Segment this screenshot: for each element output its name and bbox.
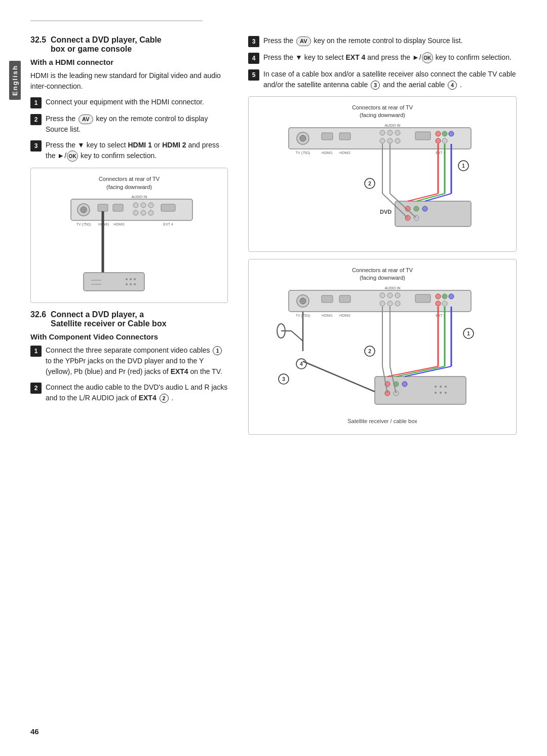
step-num-2: 2 xyxy=(30,114,42,125)
svg-line-66 xyxy=(408,194,438,201)
svg-point-4 xyxy=(133,203,138,208)
diagram-label-left: Connectors at rear of TV (facing downwar… xyxy=(37,175,221,191)
svg-point-81 xyxy=(387,293,393,298)
component-diagram-top-svg: TV (75Ω) HDMI1 HDMI2 AUDIO IN xyxy=(274,123,491,244)
ok-badge-left: OK xyxy=(67,150,78,162)
left-bottom-step-1-text: Connect the three separate component vid… xyxy=(46,345,228,377)
page: English 32.5 Connect a DVD player, Cable… xyxy=(0,0,547,756)
svg-text:HDMI2: HDMI2 xyxy=(113,222,125,226)
left-step-2-text: Press the AV key on the remote control t… xyxy=(46,114,228,135)
svg-point-87 xyxy=(436,294,441,299)
circle-3: 3 xyxy=(371,81,380,90)
svg-point-63 xyxy=(422,206,427,211)
right-step-num-4: 4 xyxy=(248,53,259,64)
svg-point-25 xyxy=(126,283,128,285)
hdmi-intro: HDMI is the leading new standard for Dig… xyxy=(30,70,228,92)
svg-rect-110 xyxy=(375,376,466,404)
svg-point-45 xyxy=(442,131,447,136)
svg-point-41 xyxy=(387,138,393,143)
svg-point-117 xyxy=(440,386,442,388)
svg-text:3: 3 xyxy=(282,376,285,382)
tv-rear-hdmi: AUDIO IN TV (75Ω) HDMI1 xyxy=(37,194,221,295)
svg-rect-32 xyxy=(322,133,333,140)
svg-point-40 xyxy=(380,138,385,143)
svg-text:AUDIO IN: AUDIO IN xyxy=(384,286,400,290)
diagram-label-bottom-right: Connectors at rear of TV (facing downwar… xyxy=(255,267,510,282)
svg-text:2: 2 xyxy=(368,181,371,186)
svg-point-24 xyxy=(134,278,136,280)
svg-line-123 xyxy=(396,366,445,376)
left-column: 32.5 Connect a DVD player, Cable box or … xyxy=(30,35,228,718)
right-step-num-3: 3 xyxy=(248,36,259,47)
svg-point-42 xyxy=(395,138,400,143)
svg-text:AUDIO IN: AUDIO IN xyxy=(384,124,400,127)
right-step-3: 3 Press the AV key on the remote control… xyxy=(248,35,517,47)
svg-point-84 xyxy=(387,301,393,306)
svg-point-2 xyxy=(81,207,87,213)
step-num-b1: 1 xyxy=(30,346,42,357)
right-column: 3 Press the AV key on the remote control… xyxy=(248,35,517,718)
svg-line-127 xyxy=(303,361,375,392)
svg-text:HDMI1: HDMI1 xyxy=(322,151,333,155)
left-bottom-step-1: 1 Connect the three separate component v… xyxy=(30,345,228,377)
svg-point-121 xyxy=(445,392,447,394)
svg-text:1: 1 xyxy=(467,331,470,336)
svg-rect-13 xyxy=(98,204,108,211)
svg-text:1: 1 xyxy=(462,163,465,169)
svg-text:4: 4 xyxy=(300,361,303,367)
av-badge-right: AV xyxy=(296,36,310,46)
svg-text:DVD: DVD xyxy=(380,209,392,215)
tv-rear-component-top: TV (75Ω) HDMI1 HDMI2 AUDIO IN xyxy=(255,123,510,244)
svg-point-85 xyxy=(395,301,400,306)
svg-point-5 xyxy=(141,203,146,208)
svg-text:HDMI2: HDMI2 xyxy=(339,314,350,317)
svg-point-118 xyxy=(445,386,447,388)
svg-point-30 xyxy=(300,135,306,141)
svg-text:TV (75Ω): TV (75Ω) xyxy=(296,151,310,155)
svg-rect-75 xyxy=(322,295,333,303)
svg-point-119 xyxy=(435,392,437,394)
hdmi-diagram-svg: AUDIO IN TV (75Ω) HDMI1 xyxy=(56,194,203,295)
svg-text:AUDIO IN: AUDIO IN xyxy=(131,195,147,199)
right-step-5: 5 In case of a cable box and/or a satell… xyxy=(248,69,517,90)
svg-text:HDMI2: HDMI2 xyxy=(339,151,350,155)
svg-rect-77 xyxy=(339,295,350,303)
subsection-component: With Component Video Connectors xyxy=(30,332,228,341)
left-bottom-step-2: 2 Connect the audio cable to the DVD's a… xyxy=(30,382,228,403)
left-step-3-text: Press the ▼ key to select HDMI 1 or HDMI… xyxy=(46,140,228,162)
right-step-num-5: 5 xyxy=(248,69,259,81)
svg-text:2: 2 xyxy=(368,349,371,354)
svg-text:Satellite receiver / cable box: Satellite receiver / cable box xyxy=(347,418,417,424)
svg-line-96 xyxy=(291,331,303,341)
step-num-3: 3 xyxy=(30,140,42,152)
left-step-2: 2 Press the AV key on the remote control… xyxy=(30,114,228,135)
svg-point-22 xyxy=(126,278,128,280)
svg-point-88 xyxy=(442,294,447,299)
svg-point-62 xyxy=(414,206,419,211)
svg-text:TV (75Ω): TV (75Ω) xyxy=(76,222,91,226)
svg-rect-86 xyxy=(415,294,431,303)
left-step-1-text: Connect your equipment with the HDMI con… xyxy=(46,97,204,107)
left-step-3: 3 Press the ▼ key to select HDMI 1 or HD… xyxy=(30,140,228,162)
svg-point-37 xyxy=(380,130,385,135)
svg-rect-59 xyxy=(395,201,471,226)
circle-2-bottom: 2 xyxy=(160,394,169,403)
page-number: 46 xyxy=(30,727,517,736)
av-badge: AV xyxy=(79,115,93,124)
main-content: 32.5 Connect a DVD player, Cable box or … xyxy=(30,35,517,718)
svg-point-116 xyxy=(435,386,437,388)
ok-badge-right: OK xyxy=(422,52,433,63)
circle-4: 4 xyxy=(448,81,457,90)
svg-point-90 xyxy=(436,301,441,306)
svg-rect-14 xyxy=(113,204,123,211)
svg-point-9 xyxy=(148,210,153,215)
circle-1: 1 xyxy=(213,346,222,355)
section-title-325: 32.5 Connect a DVD player, Cable box or … xyxy=(30,35,228,54)
subsection-hdmi: With a HDMI connector xyxy=(30,58,228,66)
diagram-box-top-right: Connectors at rear of TV (facing downwar… xyxy=(248,96,517,252)
svg-point-113 xyxy=(402,382,407,387)
svg-point-80 xyxy=(380,293,385,298)
right-step-4: 4 Press the ▼ key to select EXT 4 and pr… xyxy=(248,52,517,64)
svg-point-23 xyxy=(130,278,132,280)
language-tab: English xyxy=(9,61,21,100)
